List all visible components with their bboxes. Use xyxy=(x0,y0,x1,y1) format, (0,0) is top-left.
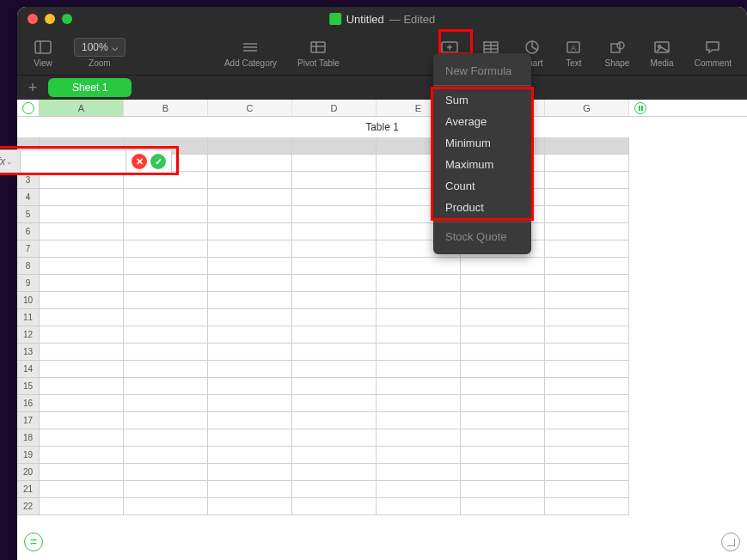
cell[interactable] xyxy=(545,137,629,155)
formula-accept-button[interactable]: ✓ xyxy=(150,154,166,169)
cell[interactable] xyxy=(40,189,124,206)
cell[interactable] xyxy=(377,481,461,498)
row-header[interactable]: 3 xyxy=(17,172,40,189)
add-category-button[interactable]: Add Category xyxy=(216,38,285,68)
cell[interactable] xyxy=(208,292,292,309)
menu-new-formula[interactable]: New Formula xyxy=(433,60,531,82)
cell[interactable] xyxy=(124,172,208,189)
cell[interactable] xyxy=(208,155,292,172)
cell[interactable] xyxy=(377,498,461,515)
cell[interactable] xyxy=(40,395,124,412)
cell[interactable] xyxy=(40,412,124,429)
cell[interactable] xyxy=(40,240,124,258)
cell[interactable] xyxy=(40,258,124,275)
cell[interactable] xyxy=(292,464,377,481)
resize-corner-button[interactable] xyxy=(721,533,740,551)
row-header[interactable]: 8 xyxy=(17,258,40,275)
row-header[interactable]: 15 xyxy=(17,378,40,395)
cell[interactable] xyxy=(40,309,124,326)
cell[interactable] xyxy=(208,378,292,395)
cell[interactable] xyxy=(208,395,292,412)
cell[interactable] xyxy=(545,412,629,429)
cell[interactable] xyxy=(40,223,124,240)
cell[interactable] xyxy=(40,498,124,515)
row-header[interactable]: 12 xyxy=(17,326,40,344)
row-header[interactable]: 18 xyxy=(17,429,40,447)
text-button[interactable]: A Text xyxy=(554,38,592,68)
cell[interactable] xyxy=(292,189,377,206)
cell[interactable] xyxy=(208,344,292,361)
cell[interactable] xyxy=(545,481,629,498)
add-column-button[interactable] xyxy=(629,100,652,116)
zoom-control[interactable]: 100% ⌵ Zoom xyxy=(65,38,134,68)
media-button[interactable]: Media xyxy=(641,38,682,68)
row-header[interactable]: 7 xyxy=(17,240,40,258)
cell[interactable] xyxy=(377,412,461,429)
menu-minimum[interactable]: Minimum xyxy=(433,132,531,154)
cell[interactable] xyxy=(545,429,629,447)
cell[interactable] xyxy=(545,395,629,412)
cell[interactable] xyxy=(545,292,629,309)
col-header-c[interactable]: C xyxy=(208,100,292,116)
cell[interactable] xyxy=(292,498,377,515)
cell[interactable] xyxy=(124,275,208,292)
cell[interactable] xyxy=(461,378,545,395)
cell[interactable] xyxy=(545,155,629,172)
col-header-a[interactable]: A xyxy=(40,100,124,116)
cell[interactable] xyxy=(40,292,124,309)
cell[interactable] xyxy=(40,429,124,447)
cell[interactable] xyxy=(292,275,377,292)
cell[interactable] xyxy=(124,189,208,206)
add-sheet-button[interactable]: + xyxy=(24,79,41,97)
cell[interactable] xyxy=(124,206,208,223)
cell[interactable] xyxy=(377,309,461,326)
cell[interactable] xyxy=(461,498,545,515)
cell[interactable] xyxy=(124,447,208,464)
cell[interactable] xyxy=(461,447,545,464)
menu-sum[interactable]: Sum xyxy=(433,89,531,111)
cell[interactable] xyxy=(40,447,124,464)
cell[interactable] xyxy=(124,412,208,429)
cell[interactable] xyxy=(208,361,292,378)
cell[interactable] xyxy=(208,412,292,429)
cell[interactable] xyxy=(461,464,545,481)
cell[interactable] xyxy=(377,344,461,361)
cell[interactable] xyxy=(545,326,629,344)
row-header[interactable]: 10 xyxy=(17,292,40,309)
cell[interactable] xyxy=(377,275,461,292)
cell[interactable] xyxy=(124,292,208,309)
cell[interactable] xyxy=(377,361,461,378)
cell[interactable] xyxy=(208,172,292,189)
cell[interactable] xyxy=(40,206,124,223)
cell[interactable] xyxy=(292,292,377,309)
select-all-corner[interactable] xyxy=(17,100,40,116)
cell[interactable] xyxy=(208,258,292,275)
cell[interactable] xyxy=(292,378,377,395)
cell[interactable] xyxy=(292,326,377,344)
col-header-g[interactable]: G xyxy=(545,100,629,116)
fx-label[interactable]: • fx ⌵ xyxy=(0,149,21,173)
cell[interactable] xyxy=(208,275,292,292)
formula-equals-button[interactable]: = xyxy=(24,533,43,551)
cell[interactable] xyxy=(545,464,629,481)
cell[interactable] xyxy=(545,378,629,395)
menu-average[interactable]: Average xyxy=(433,111,531,132)
cell[interactable] xyxy=(461,429,545,447)
cell[interactable] xyxy=(124,429,208,447)
cell[interactable] xyxy=(124,309,208,326)
cell[interactable] xyxy=(208,429,292,447)
cell[interactable] xyxy=(545,361,629,378)
cell[interactable] xyxy=(545,498,629,515)
close-window-icon[interactable] xyxy=(28,14,38,24)
cell[interactable] xyxy=(292,155,377,172)
cell[interactable] xyxy=(377,429,461,447)
cell[interactable] xyxy=(292,395,377,412)
cell[interactable] xyxy=(545,223,629,240)
cell[interactable] xyxy=(545,447,629,464)
cell[interactable] xyxy=(124,395,208,412)
cell[interactable] xyxy=(545,189,629,206)
view-button[interactable]: View xyxy=(24,38,62,68)
cell[interactable] xyxy=(461,258,545,275)
row-header[interactable]: 11 xyxy=(17,309,40,326)
cell[interactable] xyxy=(40,378,124,395)
